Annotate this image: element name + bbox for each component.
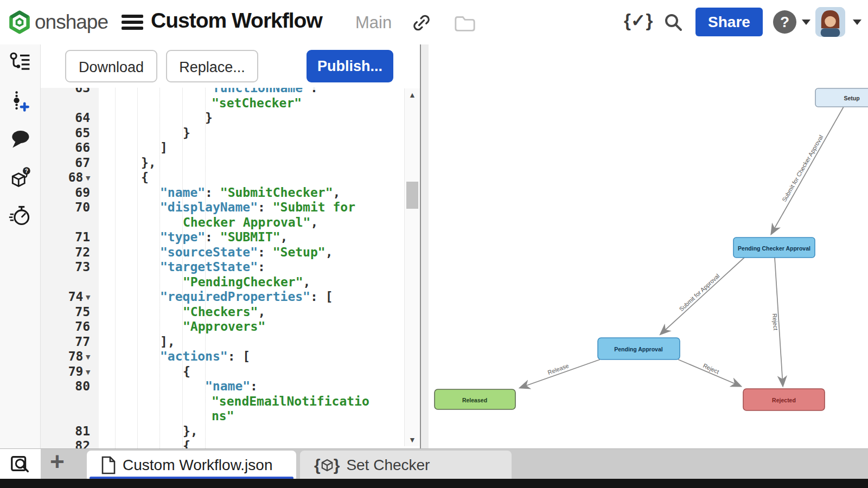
svg-text:Setup: Setup bbox=[844, 95, 859, 101]
json-toolbar: Download Replace... Publish... bbox=[41, 44, 420, 88]
code-row[interactable]: 63"functionName": bbox=[41, 88, 404, 96]
download-button[interactable]: Download bbox=[65, 50, 157, 82]
code-row[interactable]: "sendEmailNotificatio bbox=[41, 394, 404, 409]
code-row[interactable]: 68▾{ bbox=[41, 170, 404, 185]
account-dropdown-caret-icon[interactable] bbox=[853, 20, 861, 25]
node-setup[interactable]: Setup bbox=[815, 88, 868, 107]
tab-label: Set Checker bbox=[346, 457, 430, 474]
editor-scrollbar[interactable]: ▲ ▼ bbox=[404, 88, 420, 446]
bottom-tab-bar: + Custom Workflow.json {} Set Checker bbox=[0, 448, 868, 479]
svg-text:Pending Approval: Pending Approval bbox=[614, 346, 663, 352]
versions-history-icon[interactable] bbox=[8, 51, 33, 76]
edge-pending-checker-to-pending-approval bbox=[661, 258, 744, 334]
code-row[interactable]: 77], bbox=[41, 335, 404, 350]
workflow-diagram: Submit for Checker Approval Submit for A… bbox=[429, 44, 868, 448]
featurescript-cube-icon: {} bbox=[314, 456, 340, 474]
node-pending-checker-approval[interactable]: Pending Checker Approval bbox=[733, 237, 815, 258]
code-row[interactable]: 80"name": bbox=[41, 379, 404, 394]
hamburger-menu-icon[interactable] bbox=[122, 15, 143, 30]
edge-label: Submit for Approval bbox=[678, 273, 720, 313]
code-row[interactable]: "setChecker" bbox=[41, 96, 404, 111]
panel-splitter-gap bbox=[421, 44, 429, 448]
code-rows: 63"functionName":"setChecker"64}65}66]67… bbox=[41, 88, 404, 448]
code-row[interactable]: 64} bbox=[41, 111, 404, 126]
help-button[interactable]: ? bbox=[773, 10, 796, 34]
code-row[interactable]: 81}, bbox=[41, 424, 404, 439]
onshape-logo-icon[interactable] bbox=[8, 10, 31, 34]
svg-text:Rejected: Rejected bbox=[772, 397, 796, 403]
replace-button[interactable]: Replace... bbox=[166, 50, 258, 82]
tab-custom-workflow-json[interactable]: Custom Workflow.json bbox=[87, 451, 296, 479]
code-row[interactable]: 78▾"actions": [ bbox=[41, 349, 404, 364]
create-version-icon[interactable] bbox=[8, 89, 33, 114]
code-row[interactable]: 66] bbox=[41, 140, 404, 156]
top-bar: onshape Custom Workflow Main {✓} Share ? bbox=[0, 0, 868, 45]
svg-text:Pending Checker Approval: Pending Checker Approval bbox=[738, 245, 810, 252]
comments-icon[interactable] bbox=[8, 127, 33, 152]
search-icon[interactable] bbox=[663, 12, 684, 33]
code-row[interactable]: "PendingChecker", bbox=[41, 275, 404, 290]
code-row[interactable]: 65} bbox=[41, 126, 404, 141]
workspace-name[interactable]: Main bbox=[355, 13, 392, 33]
node-released[interactable]: Released bbox=[435, 389, 515, 409]
code-row[interactable]: 67}, bbox=[41, 156, 404, 171]
history-timer-icon[interactable] bbox=[8, 203, 33, 228]
edge-label: Reject bbox=[771, 313, 779, 330]
node-pending-approval[interactable]: Pending Approval bbox=[598, 338, 680, 359]
search-tabs-button[interactable] bbox=[0, 449, 41, 479]
json-code-editor[interactable]: 63"functionName":"setChecker"64}65}66]67… bbox=[41, 88, 404, 448]
featurescript-icon[interactable]: {✓} bbox=[624, 10, 653, 31]
code-row[interactable]: 71"type": "SUBMIT", bbox=[41, 230, 404, 245]
edge-setup-to-pending-checker bbox=[771, 107, 844, 234]
edge-pending-approval-to-released bbox=[520, 359, 600, 388]
code-row[interactable]: 73"targetState": bbox=[41, 260, 404, 275]
code-row[interactable]: 72"sourceState": "Setup", bbox=[41, 245, 404, 260]
avatar-image bbox=[815, 7, 845, 37]
window-bottom-strip bbox=[0, 479, 868, 488]
share-button[interactable]: Share bbox=[695, 8, 763, 36]
search-tabs-icon bbox=[9, 453, 32, 476]
file-icon bbox=[101, 456, 116, 474]
code-row[interactable]: 76"Approvers" bbox=[41, 319, 404, 335]
edge-label: Release bbox=[547, 362, 570, 376]
copy-link-icon[interactable] bbox=[411, 12, 432, 34]
code-row[interactable]: ns" bbox=[41, 409, 404, 424]
add-tab-button[interactable]: + bbox=[50, 447, 65, 476]
scroll-up-icon[interactable]: ▲ bbox=[405, 91, 420, 99]
code-row[interactable]: 79▾{ bbox=[41, 364, 404, 380]
edge-pending-approval-to-rejected bbox=[678, 359, 741, 386]
code-row[interactable]: 82{ bbox=[41, 439, 404, 448]
code-row[interactable]: 69"name": "SubmitChecker", bbox=[41, 185, 404, 201]
node-rejected[interactable]: Rejected bbox=[743, 389, 825, 410]
code-row[interactable]: 74▾"requiredProperties": [ bbox=[41, 290, 404, 305]
code-row[interactable]: 75"Checkers", bbox=[41, 305, 404, 320]
edge-label: Submit for Checker Approval bbox=[781, 134, 824, 203]
help-dropdown-caret-icon[interactable] bbox=[802, 20, 810, 25]
tab-set-checker[interactable]: {} Set Checker bbox=[300, 451, 512, 479]
left-icon-rail: ? bbox=[0, 44, 41, 448]
folder-icon[interactable] bbox=[454, 14, 476, 33]
svg-text:Released: Released bbox=[462, 397, 487, 403]
publish-button[interactable]: Publish... bbox=[307, 50, 393, 82]
code-row[interactable]: Checker Approval", bbox=[41, 215, 404, 230]
code-row[interactable]: 70"displayName": "Submit for bbox=[41, 200, 404, 215]
learning-cube-icon[interactable]: ? bbox=[8, 165, 33, 190]
user-avatar[interactable] bbox=[815, 7, 845, 37]
onshape-app: onshape Custom Workflow Main {✓} Share ? bbox=[0, 0, 868, 488]
svg-text:?: ? bbox=[25, 168, 28, 174]
scroll-down-icon[interactable]: ▼ bbox=[405, 435, 420, 444]
tab-label: Custom Workflow.json bbox=[123, 457, 272, 474]
workflow-diagram-panel: Submit for Checker Approval Submit for A… bbox=[429, 44, 868, 448]
document-title: Custom Workflow bbox=[151, 9, 322, 33]
brand-wordmark: onshape bbox=[35, 11, 108, 34]
scrollbar-thumb[interactable] bbox=[406, 182, 418, 209]
